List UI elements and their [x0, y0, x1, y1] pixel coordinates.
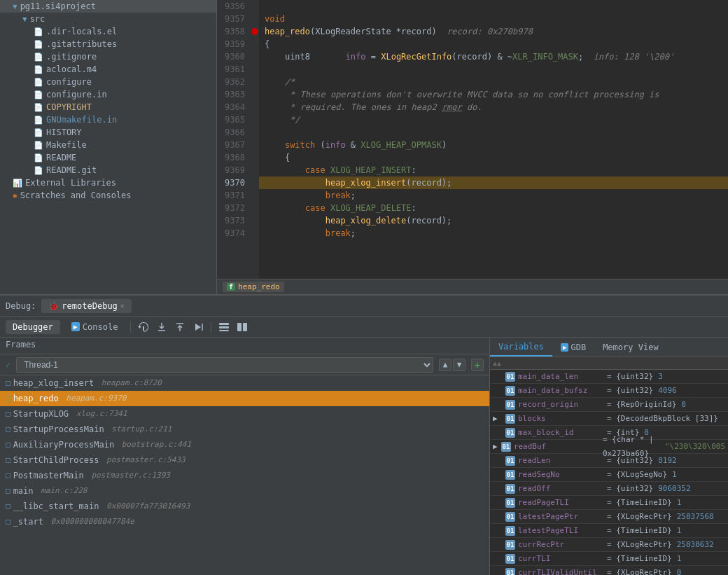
- separator: [211, 321, 211, 333]
- folder-open-icon: ▼: [13, 2, 18, 11]
- step-into-button[interactable]: [155, 320, 169, 334]
- line-num: 9374: [217, 227, 245, 240]
- sidebar-item-configurein[interactable]: 📄 configure.in: [0, 88, 216, 101]
- frame-item[interactable]: □ StartChildProcess postmaster.c:5433: [0, 452, 489, 468]
- frame-name: _start: [13, 514, 43, 529]
- frame-name: heap_xlog_insert: [13, 375, 94, 391]
- debug-toolbar: Debugger ▶ Console: [0, 317, 728, 338]
- line-num: 9373: [217, 214, 245, 227]
- separator: [130, 321, 131, 333]
- line-num: 9368: [217, 151, 245, 164]
- frame-file: 0x000000000047784e: [46, 514, 134, 529]
- frame-item-selected[interactable]: □ heap_redo heapam.c:9370: [0, 391, 489, 406]
- var-eq: = {DecodedBkpBlock [33]}: [607, 412, 718, 426]
- run-to-cursor-button[interactable]: [191, 320, 205, 334]
- variable-row: 01 readLen = {uint32} 8192: [490, 454, 728, 468]
- var-value: 0: [681, 398, 686, 412]
- sidebar-item-label: .dir-locals.el: [46, 27, 117, 36]
- sidebar-item-label: README: [46, 153, 76, 162]
- var-type-badge: 01: [505, 428, 515, 438]
- code-line: case XLOG_HEAP_INSERT:: [259, 164, 728, 176]
- sidebar-item-readme-git[interactable]: 📄 README.git: [0, 164, 216, 176]
- var-type-badge: 01: [505, 456, 515, 466]
- tab-memory-view[interactable]: Memory View: [594, 338, 666, 356]
- thread-up-button[interactable]: ▲: [439, 359, 451, 371]
- sidebar-item-aclocal[interactable]: 📄 aclocal.m4: [0, 63, 216, 76]
- frame-item[interactable]: □ __libc_start_main 0x00007fa773016493: [0, 499, 489, 514]
- frame-item[interactable]: □ StartupXLOG xlog.c:7341: [0, 406, 489, 422]
- frames-view-button[interactable]: [217, 320, 231, 334]
- tab-label: Console: [83, 322, 118, 332]
- add-thread-button[interactable]: +: [471, 359, 484, 371]
- scroll-up-icon: ▲▲: [493, 359, 501, 367]
- sidebar-item-readme[interactable]: 📄 README: [0, 151, 216, 164]
- variables-content: ▲▲ 01 main_data_len = {uint32} 3 01 main…: [490, 357, 728, 575]
- sidebar-item-scratches[interactable]: ✱ Scratches and Consoles: [0, 189, 216, 202]
- tab-debugger[interactable]: Debugger: [6, 320, 60, 334]
- thread-selector[interactable]: Thread-1: [16, 357, 433, 373]
- file-icon: 📄: [34, 40, 43, 49]
- sidebar-item-label: COPYRIGHT: [46, 102, 92, 112]
- code-line-highlighted: heap_xlog_insert(record);: [259, 176, 728, 189]
- code-line: {: [259, 38, 728, 50]
- line-num: 9367: [217, 139, 245, 151]
- code-text[interactable]: void heap_redo(XLogReaderState *record) …: [259, 0, 728, 279]
- sidebar-item-history[interactable]: 📄 HISTORY: [0, 126, 216, 139]
- frame-item[interactable]: □ StartupProcessMain startup.c:211: [0, 422, 489, 437]
- file-icon: 📄: [34, 65, 43, 74]
- frame-item[interactable]: □ PostmasterMain postmaster.c:1393: [0, 468, 489, 483]
- thread-row: ✓ Thread-1 ▲ ▼ +: [0, 354, 489, 375]
- frame-file: heapam.c:9370: [62, 391, 127, 406]
- sidebar-item-gnumakefile[interactable]: 📄 GNUmakefile.in: [0, 113, 216, 126]
- sidebar-item-label: pg11.si4project: [20, 1, 96, 11]
- frame-item[interactable]: □ _start 0x000000000047784e: [0, 514, 489, 529]
- gdb-icon: ▶: [561, 343, 568, 352]
- sidebar-item-gitattributes[interactable]: 📄 .gitattributes: [0, 38, 216, 50]
- var-eq: = {XLogSegNo}: [607, 468, 667, 482]
- var-type-badge: 01: [505, 414, 515, 424]
- breadcrumb-function: f heap_redo: [223, 282, 284, 292]
- frame-item[interactable]: □ main main.c:228: [0, 483, 489, 499]
- thread-down-button[interactable]: ▼: [453, 359, 465, 371]
- frame-name: PostmasterMain: [13, 468, 84, 483]
- tab-remote-debug[interactable]: 🐞 remoteDebug ✕: [41, 299, 132, 313]
- sidebar-item-copyright[interactable]: 📄 COPYRIGHT: [0, 101, 216, 113]
- sidebar-item-makefile[interactable]: 📄 Makefile: [0, 139, 216, 151]
- line-num-active: 9370: [217, 176, 245, 189]
- file-icon: 📄: [34, 128, 43, 137]
- tab-variables[interactable]: Variables: [490, 338, 552, 356]
- frame-item[interactable]: □ AuxiliaryProcessMain bootstrap.c:441: [0, 437, 489, 452]
- expand-icon[interactable]: ▶: [493, 440, 498, 454]
- tab-console[interactable]: ▶ Console: [64, 320, 125, 334]
- sidebar-item-dirlocals[interactable]: 📄 .dir-locals.el: [0, 25, 216, 38]
- function-badge: f: [227, 283, 235, 291]
- frame-icon: □: [6, 483, 10, 499]
- variable-row: 01 currTLIValidUntil = {XLogRecPtr} 0: [490, 566, 728, 575]
- step-over-button[interactable]: [136, 320, 150, 334]
- line-num: 9365: [217, 113, 245, 126]
- var-eq: = {TimeLineID}: [607, 552, 672, 566]
- file-icon: 📄: [34, 90, 43, 99]
- tab-gdb[interactable]: ▶ GDB: [552, 338, 594, 356]
- var-type-badge: 01: [505, 484, 515, 494]
- close-icon[interactable]: ✕: [120, 302, 125, 310]
- sidebar-item-external-libraries[interactable]: 📊 External Libraries: [0, 176, 216, 189]
- sidebar-item-gitignore[interactable]: 📄 .gitignore: [0, 50, 216, 63]
- library-icon: 📊: [13, 179, 22, 188]
- line-num: 9357: [217, 13, 245, 25]
- variable-row: 01 readSegNo = {XLogSegNo} 1: [490, 468, 728, 482]
- line-num: 9364: [217, 101, 245, 113]
- sidebar-item-pg11[interactable]: ▼ pg11.si4project: [0, 0, 216, 13]
- sidebar-item-configure[interactable]: 📄 configure: [0, 76, 216, 88]
- variable-row: ▶ 01 readBuf = {char * | 0x273ba60} "\23…: [490, 440, 728, 454]
- code-line: [259, 126, 728, 139]
- sidebar-item-src[interactable]: ▼ src: [0, 13, 216, 25]
- sidebar-item-label: Makefile: [46, 140, 87, 150]
- frame-item[interactable]: □ heap_xlog_insert heapam.c:8720: [0, 375, 489, 391]
- var-value: 9060352: [658, 482, 690, 496]
- threads-view-button[interactable]: [235, 320, 249, 334]
- expand-icon[interactable]: ▶: [493, 412, 503, 426]
- step-out-button[interactable]: [173, 320, 187, 334]
- var-value: 3: [658, 370, 663, 384]
- svg-rect-4: [219, 330, 229, 331]
